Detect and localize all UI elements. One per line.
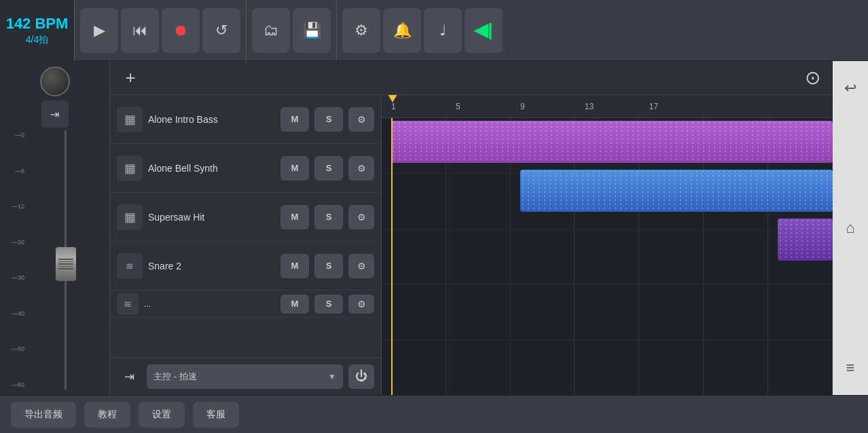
top-toolbar: 142 BPM 4/4拍 ▶ ⏮ ⏺ ↺ 🗂 💾 ⚙ 🔔 ♩ [0,0,868,61]
track-2-mute-button[interactable]: M [281,156,309,181]
play-button[interactable]: ▶ [80,8,118,53]
settings-button[interactable]: 设置 [139,402,185,428]
track-1-mute-button[interactable]: M [281,107,309,132]
track-2-solo-button[interactable]: S [314,156,343,181]
track-2-name: Alone Bell Synth [148,163,275,174]
undo-button[interactable]: ↩ [837,75,864,102]
grid-row-3 [382,229,833,285]
save-button[interactable]: 💾 [293,8,331,53]
automation-icon-button[interactable]: ⇥ [117,364,141,389]
track-5-settings-button[interactable]: ⚙ [348,295,374,314]
mixer-icon: ⚙ [355,22,368,39]
mute-4-label: M [291,261,299,271]
track-5-name: ... [144,299,275,309]
instrument-4-icon: ≋ [126,261,134,271]
notes-button[interactable]: ♩ [424,8,462,53]
track-3-settings-button[interactable]: ⚙ [348,205,374,229]
service-button[interactable]: 客服 [193,402,239,428]
folder-button[interactable]: 🗂 [252,8,290,53]
clips-area [382,118,833,395]
scale-12: —12 [5,203,24,210]
home-icon: ⌂ [846,219,854,237]
tracks-header: + ⊙ [110,61,833,95]
solo-1-label: S [326,114,332,124]
track-1-instrument-icon[interactable]: ▦ [117,107,143,132]
menu-button[interactable]: ≡ [837,354,864,381]
home-button[interactable]: ⌂ [837,214,864,242]
track-3-instrument-icon[interactable]: ▦ [117,204,143,230]
track-4-name: Snare 2 [148,261,275,271]
loop-button[interactable]: ↺ [202,8,240,53]
track-4-instrument-icon[interactable]: ≋ [117,253,143,279]
right-panel: ↩ ⌂ ≡ [833,61,868,395]
settings-2-icon: ⚙ [357,163,366,174]
export-audio-button[interactable]: 导出音频 [11,402,76,428]
track-5-mute-button[interactable]: M [281,295,309,314]
track-3-mute-button[interactable]: M [281,205,309,229]
instrument-2-icon: ▦ [124,161,136,176]
ruler-marker-13: 13 [585,102,594,111]
track-row: ▦ Alone Bell Synth M S ⚙ [110,144,381,193]
back-green-button[interactable]: ◀| [465,8,503,53]
file-controls: 🗂 💾 [247,0,337,61]
record-button[interactable]: ⏺ [162,8,200,53]
transport-controls: ▶ ⏮ ⏺ ↺ [75,0,247,61]
rewind-button[interactable]: ⏮ [121,8,159,53]
mixer-button[interactable]: ⚙ [342,8,380,53]
automation-icon: ⇥ [124,370,134,383]
alerts-button[interactable]: 🔔 [383,8,421,53]
settings-1-icon: ⚙ [357,114,366,125]
fader-handle[interactable] [56,247,76,281]
master-knob[interactable] [40,67,70,96]
clip-supersaw-hit[interactable] [778,219,833,261]
mixer-icon-button[interactable]: ⇥ [41,100,69,128]
ruler-marker-9: 9 [520,102,525,111]
add-track-button[interactable]: + [118,66,143,90]
clip-alone-bell-synth[interactable] [520,170,833,212]
track-4-settings-button[interactable]: ⚙ [348,254,374,278]
track-4-solo-button[interactable]: S [314,254,343,278]
track-2-settings-button[interactable]: ⚙ [348,156,374,181]
instrument-1-icon: ▦ [124,112,136,127]
bell-icon: 🔔 [393,22,412,39]
tutorial-button[interactable]: 教程 [84,402,130,428]
track-4-mute-button[interactable]: M [281,254,309,278]
bpm-display[interactable]: 142 BPM 4/4拍 [0,0,75,61]
volume-scale: —0 —6 —12 —20 —30 —40 —50 —60 [5,130,24,390]
track-5-solo-button[interactable]: S [314,295,343,314]
tracks-container: + ⊙ ▦ Alone Intro Bass M [110,61,833,395]
ruler-marker-1: 1 [391,102,396,111]
arrangement-view: 1 5 9 13 17 [382,95,833,395]
volume-fader-area: —0 —6 —12 —20 —30 —40 —50 —60 [3,130,107,390]
rewind-icon: ⏮ [132,22,147,39]
track-3-solo-button[interactable]: S [314,205,343,229]
automation-dropdown[interactable]: 主控 - 拍速 ▼ [147,364,343,389]
menu-icon: ≡ [846,359,855,377]
track-3-name: Supersaw Hit [148,212,275,223]
view-controls: ⚙ 🔔 ♩ ◀| [337,0,508,61]
track-list: ▦ Alone Intro Bass M S ⚙ ▦ [110,95,382,395]
automation-power-button[interactable]: ⏻ [348,364,374,389]
track-1-solo-button[interactable]: S [314,107,343,132]
time-signature: 4/4拍 [26,34,48,46]
scale-60: —60 [5,381,24,388]
track-1-name: Alone Intro Bass [148,114,275,125]
play-icon: ▶ [94,22,105,39]
track-5-instrument-icon[interactable]: ≋ [117,293,139,315]
track-2-instrument-icon[interactable]: ▦ [117,155,143,181]
instrument-5-icon: ≋ [124,299,132,309]
tracks-back-button[interactable]: ⊙ [800,66,825,90]
mute-3-label: M [291,212,299,222]
ruler-marker-17: 17 [649,102,658,111]
fader-line [65,130,67,390]
fader-line-4 [58,266,73,267]
clip-alone-intro-bass[interactable] [391,121,833,163]
grid-row-5 [382,340,833,395]
track-row: ≋ Snare 2 M S ⚙ [110,242,381,290]
track-row: ▦ Supersaw Hit M S ⚙ [110,193,381,242]
ruler-marker-5: 5 [456,102,460,111]
grid-row-4 [382,284,833,340]
timeline-ruler: 1 5 9 13 17 [382,95,833,118]
track-1-settings-button[interactable]: ⚙ [348,107,374,132]
mixer-strip-icon: ⇥ [50,108,59,121]
